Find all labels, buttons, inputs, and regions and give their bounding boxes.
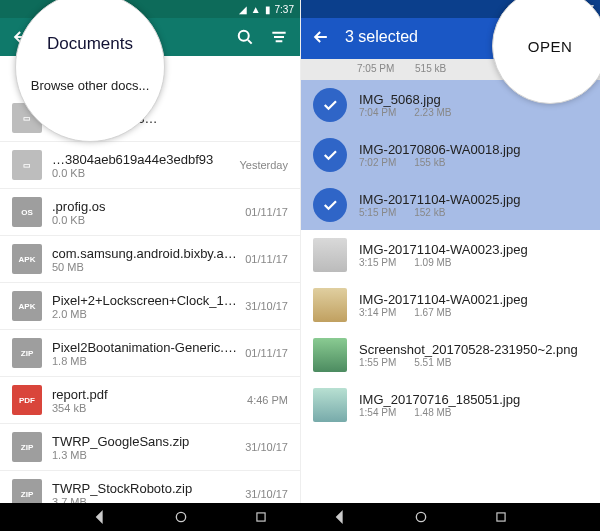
file-name: IMG-20171104-WA0025.jpg xyxy=(359,192,588,207)
file-time: 7:02 PM xyxy=(359,157,396,168)
search-icon[interactable] xyxy=(234,26,256,48)
file-size: 50 MB xyxy=(52,261,239,273)
file-time: 3:14 PM xyxy=(359,307,396,318)
file-name: IMG-20170806-WA0018.jpg xyxy=(359,142,588,157)
file-size: 1.3 MB xyxy=(52,449,239,461)
file-size: 354 kB xyxy=(52,402,241,414)
file-size: 5.51 MB xyxy=(414,357,451,368)
file-size: 0.0 KB xyxy=(52,167,233,179)
highlight-title: Documents xyxy=(47,34,133,54)
highlight-open-label: OPEN xyxy=(528,38,573,55)
wifi-icon: ▲ xyxy=(251,4,261,15)
svg-point-3 xyxy=(416,512,425,521)
file-row[interactable]: Screenshot_20170528-231950~2.png 1:55 PM… xyxy=(301,330,600,380)
file-icon: ▭ xyxy=(12,150,42,180)
apk-icon: APK xyxy=(12,291,42,321)
file-row[interactable]: OS .profig.os 0.0 KB 01/11/17 xyxy=(0,189,300,236)
nav-home-icon[interactable] xyxy=(413,509,429,525)
file-time: 7:05 PM xyxy=(357,63,394,74)
file-row[interactable]: IMG-20171104-WA0023.jpeg 3:15 PM1.09 MB xyxy=(301,230,600,280)
nav-back-icon[interactable] xyxy=(332,509,348,525)
file-row[interactable]: IMG-20171104-WA0021.jpeg 3:14 PM1.67 MB xyxy=(301,280,600,330)
battery-icon: ▮ xyxy=(265,4,271,15)
file-name: .profig.os xyxy=(52,199,239,214)
file-row[interactable]: ZIP Pixel2Bootanimation-Generic.zip 1.8 … xyxy=(0,330,300,377)
file-row[interactable]: ▭ …3804aeb619a44e3edbf93 0.0 KB Yesterda… xyxy=(0,142,300,189)
nav-back-icon[interactable] xyxy=(92,509,108,525)
file-time: 5:15 PM xyxy=(359,207,396,218)
file-size: 515 kB xyxy=(415,63,446,74)
back-icon[interactable] xyxy=(311,27,331,47)
file-name: com.samsung.android.bixby.agent_1.0.11… xyxy=(52,246,239,261)
file-time: 1:54 PM xyxy=(359,407,396,418)
file-name: Pixel+2+Lockscreen+Clock_1.1.apk xyxy=(52,293,239,308)
file-size: 0.0 KB xyxy=(52,214,239,226)
file-name: TWRP_GoogleSans.zip xyxy=(52,434,239,449)
screen-whatsapp-documents: ◢ ▲ ▮ 7:37 Documents Documents Browse ot… xyxy=(0,0,300,503)
apk-icon: APK xyxy=(12,244,42,274)
file-row[interactable]: APK com.samsung.android.bixby.agent_1.0.… xyxy=(0,236,300,283)
selected-check-icon[interactable] xyxy=(313,138,347,172)
file-list[interactable]: ▭ 3559e5b5c0c38… ▭ …3804aeb619a44e3edbf9… xyxy=(0,95,300,503)
file-name: IMG-20171104-WA0023.jpeg xyxy=(359,242,588,257)
file-row[interactable]: PDF report.pdf 354 kB 4:46 PM xyxy=(0,377,300,424)
svg-rect-4 xyxy=(497,513,505,521)
file-date: 01/11/17 xyxy=(245,206,288,218)
highlight-subtitle: Browse other docs... xyxy=(31,78,150,93)
file-name: …3804aeb619a44e3edbf93 xyxy=(52,152,233,167)
file-date: 31/10/17 xyxy=(245,300,288,312)
file-date: 01/11/17 xyxy=(245,253,288,265)
nav-recent-icon[interactable] xyxy=(254,510,268,524)
selection-title: 3 selected xyxy=(345,28,502,46)
svg-point-0 xyxy=(239,31,249,41)
file-row[interactable]: APK Pixel+2+Lockscreen+Clock_1.1.apk 2.0… xyxy=(0,283,300,330)
file-size: 152 kB xyxy=(414,207,445,218)
file-name: Screenshot_20170528-231950~2.png xyxy=(359,342,588,357)
file-size: 1.67 MB xyxy=(414,307,451,318)
file-name: report.pdf xyxy=(52,387,241,402)
file-name: Pixel2Bootanimation-Generic.zip xyxy=(52,340,239,355)
image-thumbnail[interactable] xyxy=(313,388,347,422)
svg-rect-2 xyxy=(257,513,265,521)
image-thumbnail[interactable] xyxy=(313,338,347,372)
file-size: 155 kB xyxy=(414,157,445,168)
zip-icon: ZIP xyxy=(12,338,42,368)
file-date: 31/10/17 xyxy=(245,441,288,453)
svg-point-1 xyxy=(176,512,185,521)
file-row[interactable]: IMG_20170716_185051.jpg 1:54 PM1.48 MB xyxy=(301,380,600,430)
file-date: 4:46 PM xyxy=(247,394,288,406)
pdf-icon: PDF xyxy=(12,385,42,415)
file-size: 2.0 MB xyxy=(52,308,239,320)
file-time: 7:04 PM xyxy=(359,107,396,118)
file-size: 2.23 MB xyxy=(414,107,451,118)
file-name: TWRP_StockRoboto.zip xyxy=(52,481,239,496)
selected-check-icon[interactable] xyxy=(313,88,347,122)
image-thumbnail[interactable] xyxy=(313,288,347,322)
file-row-selected[interactable]: IMG-20171104-WA0025.jpg 5:15 PM152 kB xyxy=(301,180,600,230)
file-size: 1.48 MB xyxy=(414,407,451,418)
file-time: 3:15 PM xyxy=(359,257,396,268)
selected-check-icon[interactable] xyxy=(313,188,347,222)
nav-recent-icon[interactable] xyxy=(494,510,508,524)
file-date: 31/10/17 xyxy=(245,488,288,500)
signal-icon: ◢ xyxy=(239,4,247,15)
file-row-selected[interactable]: IMG-20170806-WA0018.jpg 7:02 PM155 kB xyxy=(301,130,600,180)
screen-file-picker: ◢ ▲ ▮ 7:37 3 selected OPEN ⋮ OPEN 7:05 P… xyxy=(300,0,600,503)
file-row[interactable]: ZIP TWRP_GoogleSans.zip 1.3 MB 31/10/17 xyxy=(0,424,300,471)
android-nav-bar xyxy=(0,503,600,531)
image-list[interactable]: 7:05 PM 515 kB IMG_5068.jpg 7:04 PM2.23 … xyxy=(301,59,600,503)
file-size: 1.8 MB xyxy=(52,355,239,367)
file-size: 3.7 MB xyxy=(52,496,239,504)
zip-icon: ZIP xyxy=(12,432,42,462)
sort-icon[interactable] xyxy=(268,26,290,48)
status-time: 7:37 xyxy=(275,4,294,15)
file-size: 1.09 MB xyxy=(414,257,451,268)
image-thumbnail[interactable] xyxy=(313,238,347,272)
os-icon: OS xyxy=(12,197,42,227)
file-date: 01/11/17 xyxy=(245,347,288,359)
file-name: IMG_20170716_185051.jpg xyxy=(359,392,588,407)
file-date: Yesterday xyxy=(239,159,288,171)
nav-home-icon[interactable] xyxy=(173,509,189,525)
zip-icon: ZIP xyxy=(12,479,42,503)
file-row[interactable]: ZIP TWRP_StockRoboto.zip 3.7 MB 31/10/17 xyxy=(0,471,300,503)
